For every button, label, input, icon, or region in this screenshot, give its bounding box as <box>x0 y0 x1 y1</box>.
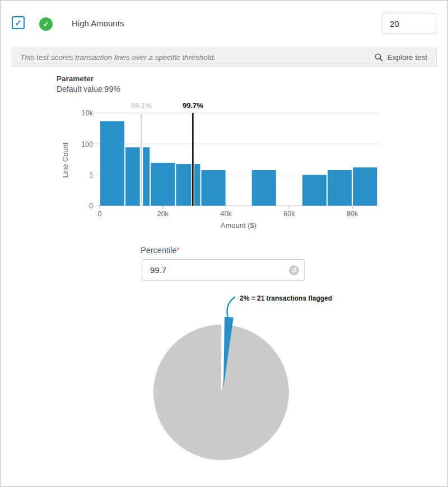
histogram-bar <box>201 170 225 205</box>
svg-text:Amount ($): Amount ($) <box>221 221 256 230</box>
required-asterisk: * <box>176 246 180 255</box>
percentile-input[interactable] <box>142 260 277 280</box>
pie-svg <box>129 289 320 479</box>
parameter-default-value: Default value 99% <box>57 85 120 93</box>
histogram-chart: 0110010kAmount ($)Line Count020k40k60k80… <box>54 99 390 236</box>
histogram-bar <box>328 170 352 205</box>
percentile-marker-label: 99.1% <box>131 101 152 110</box>
test-enabled-checkbox[interactable]: ✓ <box>12 16 25 29</box>
svg-text:40k: 40k <box>221 210 232 218</box>
annotation-leader-line <box>227 297 235 318</box>
histogram-bar <box>100 121 124 205</box>
pie-chart <box>129 289 320 479</box>
histogram-bar <box>353 167 377 205</box>
histogram-bar <box>176 164 200 205</box>
test-description: This test scores transaction lines over … <box>20 53 216 62</box>
svg-text:20k: 20k <box>157 210 169 218</box>
svg-text:0: 0 <box>98 210 102 218</box>
svg-text:60k: 60k <box>283 210 295 218</box>
test-description-banner: This test scores transaction lines over … <box>12 48 437 67</box>
svg-text:10k: 10k <box>82 109 94 117</box>
check-icon: ✓ <box>43 20 49 29</box>
svg-text:Line Count: Line Count <box>61 142 69 177</box>
svg-text:1: 1 <box>89 171 93 179</box>
percentile-label: Percentile* <box>141 246 180 255</box>
parameter-heading: Parameter <box>57 74 94 83</box>
histogram-bar <box>151 163 175 206</box>
explore-test-label: Explore test <box>388 53 427 62</box>
svg-text:80k: 80k <box>347 210 358 218</box>
histogram-bar <box>252 170 276 205</box>
score-weight-input[interactable] <box>381 13 436 34</box>
test-config-panel: ✓ ✓ High Amounts This test scores transa… <box>0 0 448 487</box>
reset-icon[interactable]: ↺ <box>289 265 299 275</box>
percentile-field: ↺ <box>142 259 305 281</box>
search-icon <box>375 53 383 62</box>
explore-test-button[interactable]: Explore test <box>375 53 427 62</box>
histogram-svg: 0110010kAmount ($)Line Count020k40k60k80… <box>54 99 390 236</box>
histogram-bar <box>125 147 150 205</box>
test-title: High Amounts <box>72 18 124 28</box>
percentile-marker-label: 99.7% <box>183 101 203 110</box>
svg-text:0: 0 <box>89 202 93 210</box>
test-status-icon: ✓ <box>39 17 53 31</box>
svg-text:100: 100 <box>81 141 93 148</box>
check-icon: ✓ <box>15 18 22 28</box>
flagged-annotation: 2% = 21 transactions flagged <box>240 294 332 302</box>
histogram-bar <box>302 175 326 205</box>
